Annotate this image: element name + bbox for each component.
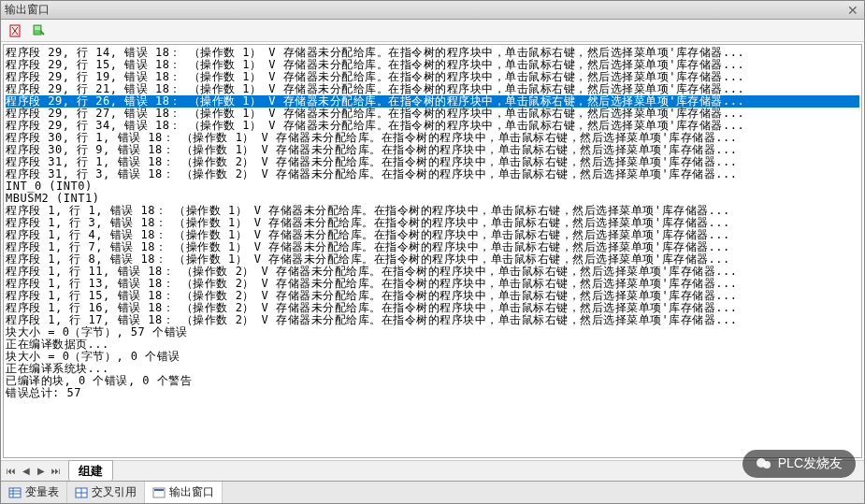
bottom-tab-vartable[interactable]: 变量表 [1,482,67,503]
bottom-tab-output[interactable]: 输出窗口 [145,482,223,503]
output-line[interactable]: 已编译的块, 0 个错误, 0 个警告 [6,375,859,387]
output-line[interactable]: 程序段 31, 行 3, 错误 18： （操作数 2） V 存储器未分配给库。在… [6,168,859,180]
clear-icon[interactable] [8,23,23,38]
nav-last-icon[interactable]: ⏭ [50,463,63,480]
refresh-icon[interactable] [31,23,46,38]
output-line[interactable]: 块大小 = 0（字节）, 57 个错误 [6,326,859,338]
table-icon [8,486,22,499]
output-line[interactable]: 块大小 = 0（字节）, 0 个错误 [6,351,859,363]
output-line[interactable]: 错误总计: 57 [6,387,859,399]
svg-point-14 [763,461,771,468]
bottom-tab-label: 交叉引用 [92,484,137,500]
watermark-text: PLC发烧友 [778,455,843,472]
nav-prev-icon[interactable]: ◀ [20,463,33,480]
svg-rect-4 [9,488,21,497]
bottom-tab-label: 输出窗口 [169,484,214,500]
window-title: 输出窗口 [5,2,845,18]
svg-rect-12 [154,489,164,491]
bottom-tab-crossref[interactable]: 交叉引用 [67,482,145,503]
bottom-tab-label: 变量表 [25,484,59,500]
titlebar: 输出窗口 ✕ [1,1,864,20]
output-icon [152,486,166,499]
output-area[interactable]: 程序段 29, 行 14, 错误 18： （操作数 1） V 存储器未分配给库。… [3,44,862,458]
nav-next-icon[interactable]: ▶ [35,463,48,480]
output-line[interactable]: INT_0 (INT0) [6,180,859,193]
crossref-icon [75,486,88,499]
close-button[interactable]: ✕ [845,3,860,18]
bottom-tabs: 变量表 交叉引用 输出窗口 [1,481,864,503]
nav-first-icon[interactable]: ⏮ [5,463,18,480]
toolbar [1,20,864,42]
tabs-row: ⏮ ◀ ▶ ⏭ 组建 [1,460,864,481]
wechat-icon [756,455,772,472]
tab-build[interactable]: 组建 [68,460,113,482]
watermark: PLC发烧友 [742,450,856,478]
